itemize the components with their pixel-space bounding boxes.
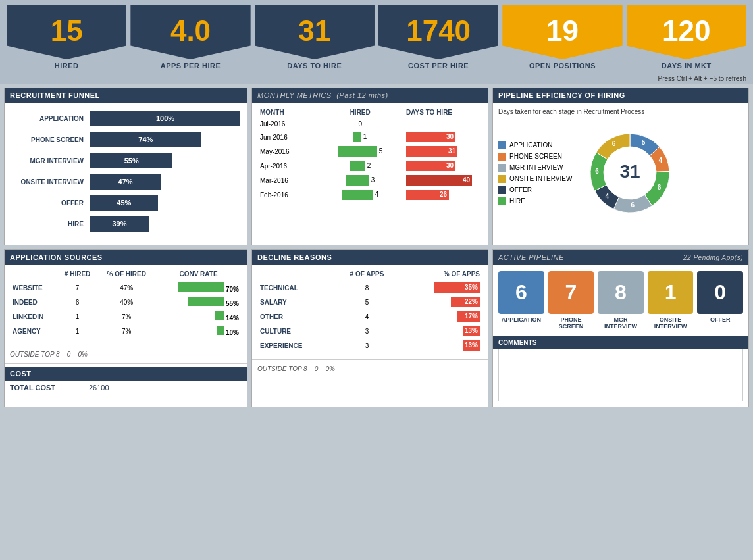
decline-reason: EXPERIENCE	[257, 338, 335, 353]
legend-label: APPLICATION	[509, 141, 552, 149]
decline-bar: 22%	[451, 297, 480, 307]
kpi-value: 1740	[378, 5, 498, 59]
kpi-card: 15HIRED	[7, 5, 126, 74]
funnel-row-label: APPLICATION	[11, 115, 90, 122]
legend-dot	[498, 141, 506, 149]
decline-apps: 3	[335, 324, 399, 338]
pipeline-box-label: ONSITE INTERVIEW	[648, 317, 694, 330]
sources-row: AGENCY 1 7% 10%	[10, 324, 242, 338]
svg-text:4: 4	[659, 157, 663, 164]
decline-row: OTHER 4 17%	[257, 309, 482, 324]
row-2: APPLICATION SOURCES # HIRED % OF HIRED C…	[4, 249, 749, 407]
source-pct: 47%	[97, 280, 155, 295]
src-col-4: CONV RATE	[155, 268, 242, 280]
decline-bar: 35%	[434, 282, 480, 293]
decline-outside-apps: 0	[315, 365, 319, 372]
monthly-row: Feb-2016 4 26	[257, 188, 482, 202]
monthly-header: MONTHLY METRICS (Past 12 mths)	[252, 88, 488, 103]
days-bar: 30	[406, 132, 455, 142]
pipeline-stage-box: 1 ONSITE INTERVIEW	[648, 271, 694, 330]
kpi-card: 1740COST PER HIRE	[378, 5, 498, 74]
decl-col-3: % OF APPS	[399, 268, 482, 280]
cost-total-value: 26100	[89, 384, 109, 392]
svg-text:5: 5	[642, 139, 646, 146]
funnel-row-label: ONSITE INTERVIEW	[11, 178, 90, 186]
monthly-days	[403, 118, 482, 130]
funnel-row: HIRE 39%	[11, 216, 240, 232]
monthly-hired: 5	[317, 144, 403, 159]
source-conv: 70%	[155, 280, 242, 295]
monthly-hired: 3	[317, 173, 403, 188]
row-1: RECRUITMENT FUNNEL APPLICATION 100% PHON…	[4, 88, 749, 245]
kpi-label: APPS PER HIRE	[161, 59, 221, 74]
funnel-bar-wrap: 47%	[90, 174, 240, 190]
src-col-1	[10, 268, 57, 280]
sources-row: LINKEDIN 1 7% 14%	[10, 309, 242, 324]
funnel-bar: 55%	[90, 153, 172, 168]
source-hired: 7	[57, 280, 98, 295]
pipeline-content: Days taken for each stage in Recruitment…	[493, 103, 748, 231]
legend-item: ONSITE INTERVIEW	[498, 175, 572, 183]
funnel-row-label: HIRE	[11, 220, 90, 228]
monthly-hired: 1	[317, 130, 403, 144]
monthly-days: 26	[403, 188, 482, 202]
monthly-month: Apr-2016	[257, 159, 317, 173]
svg-text:6: 6	[658, 184, 662, 191]
pipeline-stage-box: 8 MGR INTERVIEW	[598, 271, 644, 330]
pipeline-stage-box: 6 APPLICATION	[498, 271, 544, 330]
pipeline-legend: APPLICATION PHONE SCREEN MGR INTERVIEW O…	[498, 141, 572, 205]
sources-row: WEBSITE 7 47% 70%	[10, 280, 242, 295]
decline-reason: OTHER	[257, 309, 335, 324]
conv-bar	[178, 282, 224, 292]
decline-header: DECLINE REASONS	[252, 250, 488, 265]
funnel-row: MGR INTERVIEW 55%	[11, 153, 240, 168]
legend-dot	[498, 186, 506, 194]
src-col-3: % OF HIRED	[97, 268, 155, 280]
donut-svg: 5466466 31	[577, 120, 683, 226]
decline-bar: 13%	[463, 326, 480, 336]
source-hired: 1	[57, 324, 98, 338]
legend-dot	[498, 175, 506, 183]
decline-apps: 4	[335, 309, 399, 324]
legend-item: PHONE SCREEN	[498, 153, 572, 161]
pending-badge: 22 Pending App(s)	[683, 254, 743, 261]
conv-pct: 70%	[226, 286, 239, 293]
days-bar: 26	[406, 190, 449, 200]
kpi-value: 4.0	[130, 5, 250, 59]
funnel-header: RECRUITMENT FUNNEL	[5, 88, 247, 103]
pipeline-box-num: 7	[548, 271, 594, 314]
funnel-row-label: OFFER	[11, 199, 90, 207]
outside-label: OUTSIDE TOP 8	[10, 351, 60, 358]
pipeline-box-label: OFFER	[710, 317, 731, 323]
pipeline-body: APPLICATION PHONE SCREEN MGR INTERVIEW O…	[498, 120, 743, 226]
sources-panel: APPLICATION SOURCES # HIRED % OF HIRED C…	[4, 249, 247, 407]
days-bar: 40	[406, 175, 472, 186]
legend-item: MGR INTERVIEW	[498, 164, 572, 172]
pipeline-box-num: 1	[648, 271, 694, 314]
decline-pct: 22%	[399, 295, 482, 309]
legend-label: OFFER	[509, 186, 532, 193]
active-header: ACTIVE PIPELINE 22 Pending App(s)	[493, 250, 748, 265]
pipeline-stage-box: 7 PHONE SCREEN	[548, 271, 594, 330]
kpi-label: DAYS IN MKT	[662, 59, 712, 74]
src-col-2: # HIRED	[57, 268, 98, 280]
pipeline-box-num: 0	[697, 271, 743, 314]
decline-outside-row: OUTSIDE TOP 8 0 0%	[252, 363, 488, 375]
funnel-bar-wrap: 45%	[90, 195, 240, 211]
decline-row: EXPERIENCE 3 13%	[257, 338, 482, 353]
legend-dot	[498, 197, 506, 205]
monthly-days: 31	[403, 144, 482, 159]
hired-col-header: HIRED	[317, 107, 403, 118]
decl-col-1	[257, 268, 335, 280]
monthly-row: Apr-2016 2 30	[257, 159, 482, 173]
funnel-row: OFFER 45%	[11, 195, 240, 211]
funnel-bar-wrap: 39%	[90, 216, 240, 232]
legend-dot	[498, 164, 506, 172]
kpi-card: 31DAYS TO HIRE	[255, 5, 375, 74]
active-panel: ACTIVE PIPELINE 22 Pending App(s) 6 APPL…	[492, 249, 749, 407]
decline-apps: 5	[335, 295, 399, 309]
decline-reason: SALARY	[257, 295, 335, 309]
conv-bar	[215, 311, 224, 320]
top-kpi-bar: 15HIRED4.0APPS PER HIRE31DAYS TO HIRE174…	[0, 0, 753, 74]
funnel-content: APPLICATION 100% PHONE SCREEN 74% MGR IN…	[5, 103, 247, 245]
